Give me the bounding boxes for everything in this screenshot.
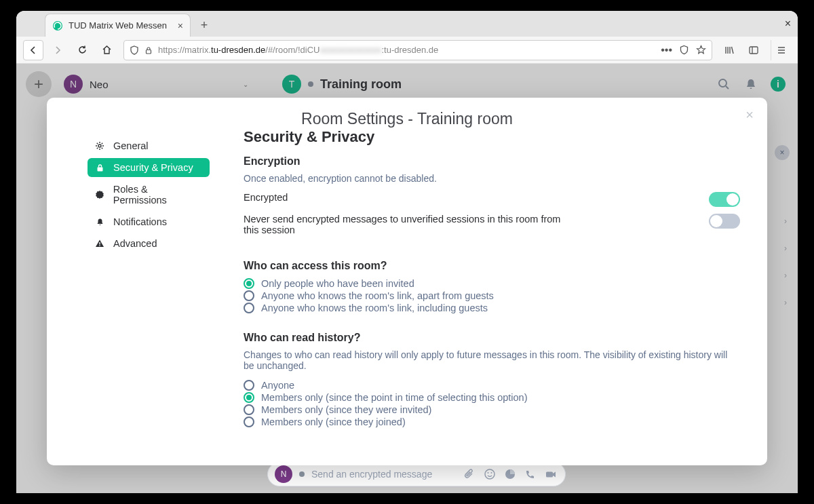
radio-label: Only people who have been invited	[261, 278, 414, 289]
encryption-subheading: Encryption	[244, 155, 740, 168]
attachment-icon[interactable]	[463, 468, 477, 480]
tab-label: Advanced	[113, 238, 157, 249]
tab-label: General	[113, 140, 149, 151]
radio-label: Anyone who knows the room's link, includ…	[261, 303, 488, 313]
access-option-link-guests[interactable]: Anyone who knows the room's link, includ…	[244, 302, 740, 314]
access-radio-group: Only people who have been invited Anyone…	[244, 277, 740, 314]
new-tab-button[interactable]: +	[195, 16, 214, 35]
toolbar-right	[719, 40, 791, 60]
radio-icon	[244, 278, 254, 289]
tab-title: TUD Matrix Web Messen	[69, 20, 167, 31]
nav-back-button[interactable]	[23, 40, 43, 60]
url-text: https://matrix.tu-dresden.de/#/room/!diC…	[158, 45, 438, 55]
settings-tabs: General Security & Privacy Roles & Permi…	[47, 128, 244, 465]
tab-label: Roles & Permissions	[113, 184, 203, 206]
video-call-icon[interactable]	[545, 468, 558, 481]
svg-point-6	[485, 469, 495, 479]
toggle-row-encrypted: Encrypted	[244, 192, 740, 207]
nav-home-button[interactable]	[96, 40, 117, 60]
svg-rect-1	[147, 50, 151, 54]
access-subheading: Who can access this room?	[244, 260, 740, 272]
radio-icon	[244, 392, 254, 403]
lock-icon	[144, 46, 153, 54]
meatballs-icon[interactable]: •••	[661, 44, 672, 56]
sticker-icon[interactable]	[504, 468, 518, 480]
radio-icon	[244, 290, 254, 301]
browser-tab[interactable]: TUD Matrix Web Messen ×	[45, 14, 191, 37]
settings-panel: Security & Privacy Encryption Once enabl…	[244, 128, 767, 465]
history-option-since-invited[interactable]: Members only (since they were invited)	[244, 404, 740, 416]
composer-placeholder: Send an encrypted message	[311, 469, 457, 480]
history-option-anyone[interactable]: Anyone	[244, 379, 740, 391]
history-option-since-selected[interactable]: Members only (since the point in time of…	[244, 391, 740, 404]
radio-icon	[244, 404, 254, 415]
never-send-unverified-toggle[interactable]	[709, 214, 740, 229]
svg-rect-10	[546, 471, 553, 477]
radio-label: Members only (since the point in time of…	[261, 392, 528, 403]
tab-general[interactable]: General	[88, 136, 210, 155]
svg-rect-14	[99, 246, 100, 246]
radio-label: Anyone who knows the room's link, apart …	[261, 290, 494, 301]
tab-notifications[interactable]: Notifications	[88, 212, 210, 231]
voice-call-icon[interactable]	[524, 469, 538, 480]
emoji-icon[interactable]	[484, 468, 497, 480]
radio-icon	[244, 303, 254, 313]
tab-label: Notifications	[113, 216, 167, 227]
encryption-note: Once enabled, encryption cannot be disab…	[244, 173, 740, 184]
svg-point-8	[491, 472, 492, 473]
history-note: Changes to who can read history will onl…	[244, 349, 740, 371]
toggle-row-never-send: Never send encrypted messages to unverif…	[244, 214, 740, 235]
modal-close-icon[interactable]: ×	[745, 107, 754, 123]
browser-window: TUD Matrix Web Messen × + × https:/	[16, 11, 798, 493]
history-option-since-joined[interactable]: Members only (since they joined)	[244, 416, 740, 428]
encrypted-toggle[interactable]	[709, 192, 740, 207]
svg-rect-12	[97, 167, 102, 171]
tab-security-privacy[interactable]: Security & Privacy	[88, 158, 210, 177]
modal-title: Room Settings - Training room	[47, 110, 767, 128]
toggle-label: Encrypted	[244, 192, 288, 203]
hamburger-menu-icon[interactable]	[771, 40, 791, 60]
radio-label: Anyone	[261, 380, 294, 391]
badge-icon	[94, 189, 105, 200]
address-bar-actions: •••	[661, 44, 706, 56]
radio-icon	[244, 380, 254, 391]
radio-icon	[244, 416, 254, 427]
svg-rect-13	[99, 242, 100, 245]
radio-label: Members only (since they were invited)	[261, 404, 431, 415]
bell-icon	[94, 216, 105, 227]
room-settings-modal: × Room Settings - Training room General	[47, 98, 767, 465]
nav-reload-button[interactable]	[72, 40, 92, 60]
tab-favicon-icon	[52, 20, 63, 31]
tab-close-icon[interactable]: ×	[178, 20, 183, 31]
tab-advanced[interactable]: Advanced	[88, 234, 210, 253]
nav-forward-button[interactable]	[47, 40, 68, 60]
message-composer[interactable]: N Send an encrypted message	[267, 462, 566, 486]
shield-icon[interactable]	[130, 45, 139, 55]
gear-icon	[94, 140, 105, 151]
tracking-shield-icon[interactable]	[679, 45, 689, 55]
library-icon[interactable]	[719, 40, 739, 60]
access-option-invited[interactable]: Only people who have been invited	[244, 277, 740, 290]
svg-point-7	[488, 472, 489, 473]
browser-tab-bar: TUD Matrix Web Messen × + ×	[16, 11, 798, 37]
panel-heading: Security & Privacy	[244, 128, 740, 146]
app-content: + N Neo ⌄ T Training room i	[16, 64, 798, 493]
browser-nav-toolbar: https://matrix.tu-dresden.de/#/room/!diC…	[16, 37, 798, 64]
lock-icon	[94, 162, 105, 173]
presence-dot-icon	[299, 471, 305, 477]
toggle-label: Never send encrypted messages to unverif…	[244, 214, 569, 235]
address-bar[interactable]: https://matrix.tu-dresden.de/#/room/!diC…	[123, 40, 712, 60]
warning-icon	[94, 238, 105, 249]
tab-label: Security & Privacy	[113, 162, 193, 173]
radio-label: Members only (since they joined)	[261, 416, 406, 427]
composer-avatar: N	[275, 465, 292, 483]
window-close-icon[interactable]: ×	[785, 18, 791, 30]
access-option-link-no-guests[interactable]: Anyone who knows the room's link, apart …	[244, 290, 740, 302]
bookmark-star-icon[interactable]	[696, 45, 706, 55]
history-radio-group: Anyone Members only (since the point in …	[244, 379, 740, 428]
history-subheading: Who can read history?	[244, 332, 740, 344]
tab-roles-permissions[interactable]: Roles & Permissions	[88, 180, 210, 210]
svg-point-11	[98, 144, 101, 147]
svg-rect-2	[750, 47, 758, 54]
sidebar-icon[interactable]	[743, 40, 764, 60]
